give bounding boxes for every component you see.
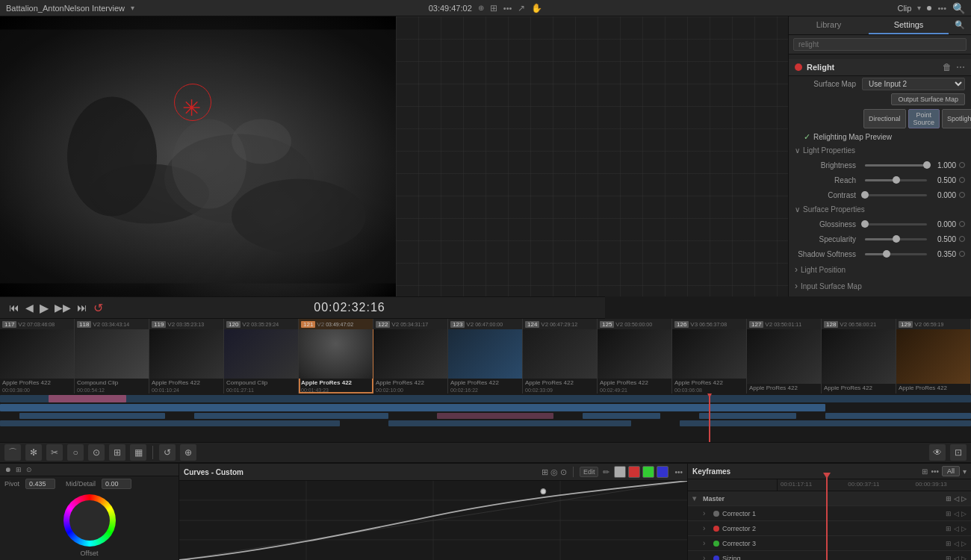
- clip-item-125[interactable]: Apple ProRes 422 00:02:49:21: [598, 329, 672, 393]
- misc-tool-icon[interactable]: ⊕: [180, 444, 196, 461]
- clip-more-icon[interactable]: •••: [937, 4, 946, 13]
- brightness-slider-track[interactable]: [865, 164, 927, 167]
- kf-dropdown-icon[interactable]: ▾: [963, 467, 967, 476]
- clip-item-127[interactable]: Apple ProRes 422: [747, 329, 822, 393]
- curves-green-btn[interactable]: [642, 466, 654, 478]
- tab-settings[interactable]: Settings: [869, 16, 949, 34]
- cursor-icon[interactable]: ↗: [518, 3, 525, 13]
- hand-icon[interactable]: ✋: [531, 3, 542, 13]
- curves-icon-2[interactable]: ◎: [550, 467, 558, 477]
- kf-master-icon3[interactable]: ▷: [961, 495, 967, 503]
- point-source-btn[interactable]: Point Source: [908, 109, 940, 128]
- directional-btn[interactable]: Directional: [863, 109, 906, 128]
- noise-tool-icon[interactable]: ▦: [130, 444, 146, 461]
- kf-sizing-icon1[interactable]: ⊞: [946, 555, 952, 561]
- clip-item-118[interactable]: Compound Clip 00:00:54:12: [75, 329, 149, 393]
- clip-item-126[interactable]: Apple ProRes 422 00:03:06:08: [672, 329, 747, 393]
- spotlight-btn[interactable]: Spotlight: [942, 109, 971, 128]
- glossiness-dot-btn[interactable]: [959, 221, 965, 227]
- curves-pen-icon[interactable]: ✏: [603, 467, 609, 477]
- step-back-btn[interactable]: ◀: [25, 302, 34, 314]
- specularity-dot-btn[interactable]: [959, 236, 965, 242]
- clip-item-119[interactable]: Apple ProRes 422 00:01:10:24: [149, 329, 224, 393]
- input-surface-map-section[interactable]: Input Surface Map: [789, 278, 971, 294]
- layout-icon[interactable]: ⊞: [490, 3, 497, 13]
- curves-blue-btn[interactable]: [657, 466, 668, 478]
- tab-library[interactable]: Library: [789, 16, 869, 34]
- go-to-end-btn[interactable]: ⏭: [77, 302, 87, 314]
- kf-c2-expand[interactable]: ›: [703, 524, 710, 532]
- kf-c1-expand[interactable]: ›: [703, 509, 710, 517]
- contrast-dot-btn[interactable]: [959, 192, 965, 198]
- step-forward-btn[interactable]: ▶▶: [55, 302, 71, 314]
- kf-c2-icon3[interactable]: ▷: [961, 525, 967, 532]
- curves-tool-icon[interactable]: ⌒: [4, 444, 21, 461]
- relighting-map-preview-label[interactable]: Relighting Map Preview: [813, 133, 892, 141]
- curves-white-btn[interactable]: [614, 466, 626, 478]
- edit-btn[interactable]: Edit: [580, 467, 599, 477]
- specularity-slider-track[interactable]: [865, 238, 927, 240]
- relight-dots-icon[interactable]: ⋯: [956, 62, 965, 72]
- kf-c1-icon3[interactable]: ▷: [961, 510, 967, 517]
- kf-c1-icon1[interactable]: ⊞: [946, 510, 952, 517]
- blur-tool-icon[interactable]: ⊙: [88, 444, 105, 461]
- clip-item-124[interactable]: Apple ProRes 422 00:02:33:09: [523, 329, 598, 393]
- settings-search-input[interactable]: [793, 38, 967, 51]
- clip-options-icon[interactable]: ▾: [917, 4, 921, 12]
- go-to-start-btn[interactable]: ⏮: [9, 302, 19, 314]
- reach-slider-track[interactable]: [865, 179, 927, 181]
- misc-tool-icon-2[interactable]: ⊡: [950, 444, 967, 461]
- vignette-tool-icon[interactable]: ⊞: [109, 444, 125, 461]
- pivot-input[interactable]: [25, 479, 55, 489]
- hue-tool-icon[interactable]: ○: [67, 444, 84, 461]
- search-icon[interactable]: 🔍: [952, 2, 965, 14]
- kf-c2-icon1[interactable]: ⊞: [946, 525, 952, 532]
- surface-map-select[interactable]: Use Input 2: [862, 78, 965, 90]
- loop-btn[interactable]: ↺: [93, 301, 103, 315]
- kf-sizing-expand[interactable]: ›: [703, 554, 710, 560]
- curves-icon-1[interactable]: ⊞: [542, 467, 548, 477]
- light-properties-section[interactable]: Light Properties: [789, 143, 971, 158]
- surface-properties-section[interactable]: Surface Properties: [789, 202, 971, 217]
- kf-c3-icon1[interactable]: ⊞: [946, 540, 952, 547]
- kf-master-expand[interactable]: ▾: [692, 494, 700, 503]
- color-wheel[interactable]: [63, 494, 116, 547]
- curves-icon-3[interactable]: ⊙: [560, 467, 567, 477]
- kf-c2-icon2[interactable]: ◁: [954, 525, 959, 532]
- kf-master-icon2[interactable]: ◁: [954, 495, 959, 503]
- clip-item-128[interactable]: Apple ProRes 422: [822, 329, 896, 393]
- shadow-softness-slider-track[interactable]: [865, 253, 927, 255]
- kf-sizing-icon3[interactable]: ▷: [961, 555, 967, 561]
- dropdown-arrow[interactable]: ▾: [131, 4, 134, 12]
- clip-item-123[interactable]: Apple ProRes 422 00:02:16:22: [448, 329, 523, 393]
- light-position-section[interactable]: Light Position: [789, 261, 971, 278]
- clip-item-117[interactable]: Apple ProRes 422 00:00:38:00: [0, 329, 75, 393]
- qualify-tool-icon[interactable]: ✻: [25, 444, 42, 461]
- search-icon-btn[interactable]: 🔍: [949, 16, 971, 34]
- kf-sizing-icon2[interactable]: ◁: [954, 555, 959, 561]
- kf-c3-expand[interactable]: ›: [703, 539, 710, 547]
- clip-item-120[interactable]: Compound Clip 00:01:27:11: [224, 329, 299, 393]
- motion-tool-icon[interactable]: ↺: [159, 444, 176, 461]
- kf-c3-icon3[interactable]: ▷: [961, 540, 967, 547]
- play-btn[interactable]: ▶: [40, 301, 49, 315]
- glossiness-slider-track[interactable]: [865, 223, 927, 225]
- node-editor[interactable]: Balance 01 ⊞ ⊙ ⊕ ◎ Relight 03 ⊙: [396, 16, 788, 296]
- clip-item-121[interactable]: Apple ProRes 422 00:01:43:23: [299, 329, 373, 393]
- transform-tool-icon[interactable]: ✂: [46, 444, 63, 461]
- curves-red-btn[interactable]: [628, 466, 640, 478]
- kf-all-btn[interactable]: All: [942, 466, 960, 476]
- contrast-slider-track[interactable]: [865, 194, 927, 196]
- output-surface-map-btn[interactable]: Output Surface Map: [891, 93, 965, 105]
- curves-dots-btn[interactable]: •••: [674, 468, 683, 476]
- reach-dot-btn[interactable]: [959, 177, 965, 183]
- kf-c1-icon2[interactable]: ◁: [954, 510, 959, 517]
- more-icon[interactable]: •••: [503, 4, 512, 13]
- kf-icon-2[interactable]: •••: [931, 467, 939, 476]
- kf-master-icon1[interactable]: ⊞: [946, 495, 952, 503]
- brightness-dot-btn[interactable]: [959, 162, 965, 168]
- clip-num-121[interactable]: 121 V2 03:49:47:02: [299, 319, 373, 329]
- clip-item-122[interactable]: Apple ProRes 422 00:02:10:00: [373, 329, 448, 393]
- curves-graph[interactable]: [179, 481, 687, 560]
- clip-item-129[interactable]: Apple ProRes 422: [896, 329, 971, 393]
